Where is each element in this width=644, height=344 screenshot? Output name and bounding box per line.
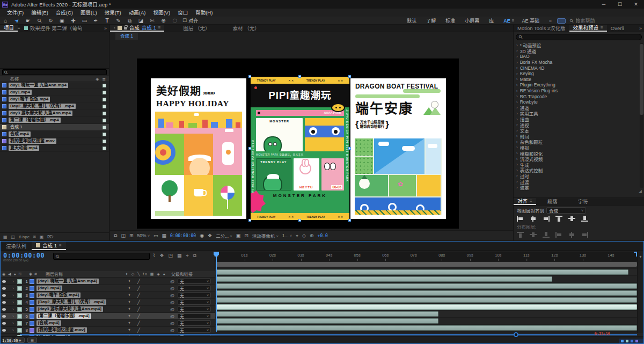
item-checkbox[interactable] [103,140,106,143]
effects-category-row[interactable]: › Plugin Everything [514,82,640,88]
transparency-grid-icon[interactable]: ▦ [162,233,167,238]
tab-overflow-chevron[interactable]: » [639,25,644,32]
project-item-row[interactable]: Day2_摩天轮_雪儿（优秀）.mp4 [0,103,109,110]
rotate-tool-icon[interactable]: ↻ [45,17,56,25]
scrollbar-thumb[interactable] [640,44,643,115]
parent-dropdown[interactable]: 无˅ [178,292,211,298]
minimize-button[interactable]: ─ [596,0,612,9]
chevron-right-icon[interactable]: › [516,140,518,144]
quality-switch-icon[interactable]: ╱ [137,328,140,333]
close-button[interactable]: ✕ [628,0,644,9]
resolution-dropdown[interactable]: 二分... ˅ [216,232,232,239]
hand-tool-icon[interactable]: ☛ [23,17,34,25]
eye-icon[interactable] [2,301,6,304]
workspace-switch-icon[interactable] [557,18,566,24]
timeline-right-scroll-column[interactable]: ◆✦ [637,251,643,333]
distribute-right-button[interactable] [581,232,588,238]
lock-icon[interactable] [124,27,127,30]
goto-time-icon[interactable]: ⌖ [296,233,298,239]
layer-row[interactable]: › 4 [Day2_摩天轮_雪儿（优秀）.mp4] ✦ ╱ @ 无˅ [1,299,215,306]
tab-overflow-chevron[interactable]: » [104,25,109,32]
draft-3d-icon[interactable]: ❖ [159,253,164,259]
grid-guides-icon[interactable]: ⊞ [129,233,134,238]
pickwhip-icon[interactable]: @ [170,328,174,333]
quality-switch-icon[interactable]: ╱ [137,279,140,284]
project-item-row[interactable]: 合成 1 [0,124,109,131]
chevron-right-icon[interactable]: › [516,60,518,65]
panel-resize-icon[interactable]: ◢ [639,189,642,194]
graph-editor-icon[interactable]: ⧉ [193,253,196,259]
playhead[interactable] [216,252,217,332]
poster-happy-holiday[interactable]: 美好假期»»»» HAPPY HOLIDAY [151,78,246,219]
layer-duration-bar[interactable] [216,304,637,310]
parent-dropdown[interactable]: 无˅ [178,279,211,284]
workspace-overflow-chevron[interactable]: » [549,18,552,24]
layer-row[interactable]: › 8 [我的童年回忆图鉴.mov] ✦ ╱ @ 无˅ [1,327,215,334]
tab-overlay[interactable]: Overli [607,25,628,32]
pen-tool-icon[interactable]: ✒ [90,17,101,25]
zoom-level-dropdown[interactable]: 50% ˅ [137,233,150,238]
effects-category-row[interactable]: › 3D 通道 [514,48,640,54]
selection-handle[interactable] [248,219,251,222]
effects-category-row[interactable]: › CINEMA 4D [514,65,640,71]
project-search-input[interactable]: ⚲ [2,69,107,75]
item-checkbox[interactable] [103,98,106,101]
item-checkbox[interactable] [103,112,106,115]
pickwhip-icon[interactable]: @ [170,314,174,319]
workspace-tab[interactable]: 了解 [426,17,436,24]
effects-category-row[interactable]: › RE:Vision Plug-ins [514,88,640,94]
channels-icon[interactable]: ❖ [208,233,212,238]
chevron-right-icon[interactable]: › [516,105,518,110]
align-center-horizontal-button[interactable] [530,216,537,222]
tab-character[interactable]: 字符 [574,198,592,205]
eye-icon[interactable] [2,308,6,311]
workspace-tab-ae[interactable]: AE [503,18,510,24]
viewer-comp-tab[interactable]: 合成 1 [115,33,138,40]
snapshot-icon[interactable]: ◉ [200,233,204,238]
effects-category-row[interactable]: › Matte [514,77,640,83]
pickwhip-icon[interactable]: @ [170,293,174,298]
effects-category-row[interactable]: › Keying [514,71,640,77]
quality-switch-icon[interactable]: ╱ [137,300,140,305]
eraser-tool-icon[interactable]: ◪ [135,17,147,25]
comment-column-icon[interactable]: ≣ [102,76,106,82]
timeline-search-input[interactable]: ⚲ [53,253,150,260]
chevron-right-icon[interactable]: › [516,128,518,133]
layer-color-chip[interactable] [17,321,22,326]
chevron-right-icon[interactable]: › [516,151,518,156]
effects-scrollbar[interactable] [640,43,643,188]
expand-chevron-icon[interactable]: › [12,293,14,298]
expand-in-out-toggle[interactable]: ▦ [27,338,37,343]
menu-item[interactable]: 帮助(H) [192,9,216,17]
item-checkbox[interactable] [103,126,106,129]
chevron-right-icon[interactable]: › [516,117,518,122]
quality-switch-icon[interactable]: ╱ [137,321,140,326]
item-checkbox[interactable] [103,147,106,150]
eye-icon[interactable] [2,322,6,325]
expand-chevron-icon[interactable]: › [12,286,14,291]
workspace-tab[interactable]: 库 [489,17,494,24]
poster-dragon-boat[interactable]: DRAGON BOAT FESTIVAL 端午安康 { 万水千山粽是情糖馅肉馅啥… [350,78,446,219]
effects-category-row[interactable]: › 文本 [514,128,640,134]
effects-category-row[interactable]: › 透视 [514,122,640,128]
zoom-scrollbar-knob[interactable] [514,332,518,337]
expand-chevron-icon[interactable]: › [12,321,14,326]
render-icon[interactable]: ⊕ [310,233,314,238]
3d-view-icon[interactable]: ◇ [302,233,306,238]
align-center-vertical-button[interactable] [568,216,575,222]
layer-row[interactable]: › 6 [第二课（葡萄乐园）.mp4] ✦ ╱ @ 无˅ [1,313,215,320]
menu-item[interactable]: 效果(T) [101,9,125,17]
shy-layers-icon[interactable]: ◳ [168,253,173,259]
align-left-button[interactable] [517,216,524,222]
align-bottom-button[interactable] [581,216,588,222]
menu-item[interactable]: 窗口 [174,9,192,17]
chevron-right-icon[interactable]: › [516,43,518,48]
selection-handle[interactable] [348,219,351,222]
item-checkbox[interactable] [103,91,106,94]
workspace-tab[interactable]: 默认 [407,17,416,24]
parent-dropdown[interactable]: 无˅ [178,306,211,312]
align-right-button[interactable] [543,216,550,222]
layer-row[interactable]: › 1 [day1 嗨玩一夏 九鱼Ann.mp4] ✦ ╱ @ 无˅ [1,278,215,285]
item-info-icon[interactable]: ▦ [3,235,8,239]
viewer-current-time[interactable]: 0:00:00:00 [170,233,196,238]
